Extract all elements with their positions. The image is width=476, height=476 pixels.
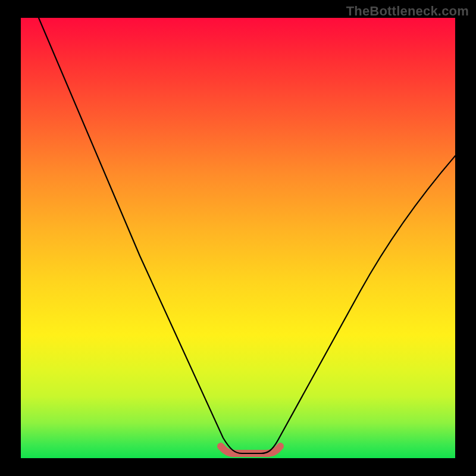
- chart-svg: [21, 18, 455, 458]
- chart-frame: TheBottleneck.com: [0, 0, 476, 476]
- watermark-text: TheBottleneck.com: [346, 4, 469, 19]
- bottleneck-curve: [39, 18, 455, 453]
- plot-area: [21, 18, 455, 458]
